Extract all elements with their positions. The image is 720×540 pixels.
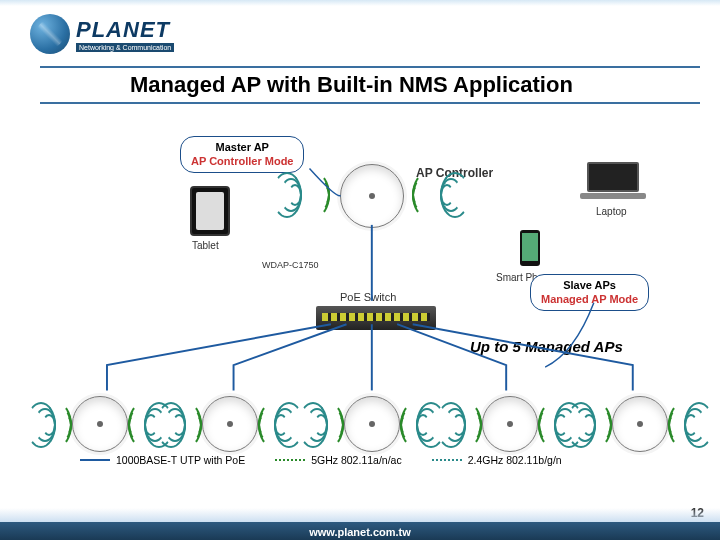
- laptop-label: Laptop: [596, 206, 627, 217]
- network-diagram: Master AP AP Controller Mode AP Controll…: [40, 110, 690, 480]
- managed-ap-4: [482, 396, 538, 452]
- managed-ap-3: [344, 396, 400, 452]
- master-ap-label: Master AP AP Controller Mode: [180, 136, 304, 173]
- master-line1: Master AP: [191, 140, 293, 154]
- globe-icon: [30, 14, 70, 54]
- slave-line1: Slave APs: [541, 278, 638, 292]
- legend-cable-text: 1000BASE-T UTP with PoE: [116, 454, 245, 466]
- radio-waves-icon: [298, 402, 328, 448]
- radio-waves-icon: [566, 402, 596, 448]
- phone-device: [520, 230, 540, 266]
- footer-url: www.planet.com.tw: [0, 526, 720, 538]
- radio-waves-icon: [272, 172, 302, 218]
- brand-tagline: Networking & Communication: [76, 43, 174, 52]
- caption-text: Up to 5 Managed APs: [470, 338, 623, 355]
- master-line2: AP Controller Mode: [191, 154, 293, 168]
- brand-logo: PLANET Networking & Communication: [30, 14, 174, 54]
- tablet-label: Tablet: [192, 240, 219, 251]
- laptop-device: [580, 162, 646, 202]
- radio-waves-icon: [684, 402, 714, 448]
- radio-waves-icon: [440, 172, 470, 218]
- legend-24ghz: 2.4GHz 802.11b/g/n: [432, 454, 562, 466]
- legend: 1000BASE-T UTP with PoE 5GHz 802.11a/n/a…: [80, 454, 670, 466]
- radio-waves-icon: [156, 402, 186, 448]
- page-title: Managed AP with Built-in NMS Application: [130, 72, 700, 98]
- poe-switch-label: PoE Switch: [340, 291, 396, 303]
- line-icon: [275, 459, 305, 461]
- managed-ap-5: [612, 396, 668, 452]
- ap-controller-device: [340, 164, 404, 228]
- line-icon: [432, 459, 462, 461]
- title-bar: Managed AP with Built-in NMS Application: [40, 66, 700, 104]
- model-label: WDAP-C1750: [262, 260, 319, 270]
- tablet-device: [190, 186, 230, 236]
- managed-ap-1: [72, 396, 128, 452]
- radio-waves-icon: [300, 172, 330, 218]
- legend-5ghz: 5GHz 802.11a/n/ac: [275, 454, 401, 466]
- legend-24ghz-text: 2.4GHz 802.11b/g/n: [468, 454, 562, 466]
- poe-switch-device: [316, 306, 436, 330]
- radio-waves-icon: [436, 402, 466, 448]
- top-border: [0, 0, 720, 6]
- line-icon: [80, 459, 110, 461]
- slave-line2: Managed AP Mode: [541, 292, 638, 306]
- radio-waves-icon: [26, 402, 56, 448]
- slave-ap-label: Slave APs Managed AP Mode: [530, 274, 649, 311]
- brand-name: PLANET: [76, 17, 174, 43]
- radio-waves-icon: [412, 172, 442, 218]
- legend-cable: 1000BASE-T UTP with PoE: [80, 454, 245, 466]
- legend-5ghz-text: 5GHz 802.11a/n/ac: [311, 454, 401, 466]
- managed-ap-2: [202, 396, 258, 452]
